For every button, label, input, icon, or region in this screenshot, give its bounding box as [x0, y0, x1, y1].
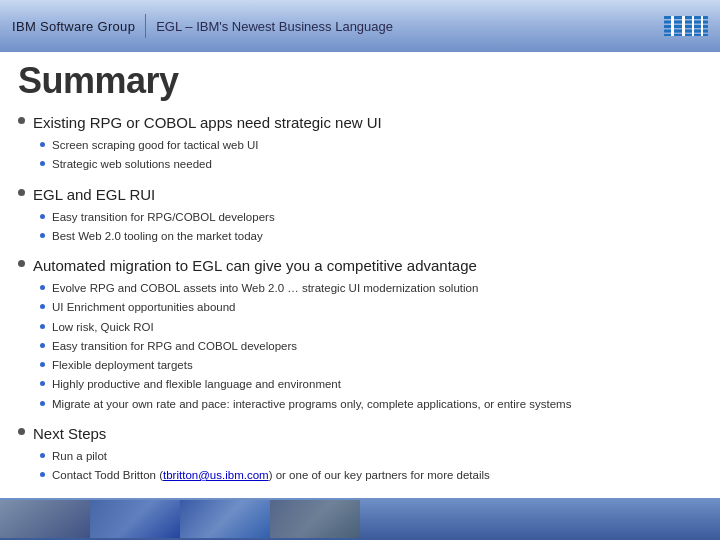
ibm-logo: [664, 16, 708, 36]
main-bullet-4: Next Steps: [18, 423, 702, 444]
sub-dot-3-1: [40, 304, 45, 309]
sub-bullets-2: Easy transition for RPG/COBOL developers…: [40, 209, 702, 246]
sub-bullet-4-0-text: Run a pilot: [52, 448, 107, 465]
sub-dot-3-2: [40, 324, 45, 329]
main-dot-3: [18, 260, 25, 267]
main-content: Summary Existing RPG or COBOL apps need …: [0, 52, 720, 500]
sub-bullet-2-1-text: Best Web 2.0 tooling on the market today: [52, 228, 263, 245]
sub-dot-1-0: [40, 142, 45, 147]
header-subtitle: EGL – IBM's Newest Business Language: [156, 19, 393, 34]
footer-strip: [0, 498, 720, 540]
sub-dot-3-0: [40, 285, 45, 290]
svg-rect-6: [682, 16, 685, 36]
page-title: Summary: [18, 60, 702, 102]
sub-bullet-1-1-text: Strategic web solutions needed: [52, 156, 212, 173]
section-4: Next Steps Run a pilot Contact Todd Brit…: [18, 423, 702, 485]
sub-bullets-1: Screen scraping good for tactical web UI…: [40, 137, 702, 174]
sub-bullet-3-6-text: Migrate at your own rate and pace: inter…: [52, 396, 571, 413]
sub-dot-4-1: [40, 472, 45, 477]
sub-bullet-4-1-text: Contact Todd Britton (tbritton@us.ibm.co…: [52, 467, 490, 484]
main-bullet-2-text: EGL and EGL RUI: [33, 184, 155, 205]
header-divider: [145, 14, 146, 38]
section-3: Automated migration to EGL can give you …: [18, 255, 702, 413]
main-dot-2: [18, 189, 25, 196]
sub-bullet-2-0: Easy transition for RPG/COBOL developers: [40, 209, 702, 226]
sub-bullet-1-0-text: Screen scraping good for tactical web UI: [52, 137, 258, 154]
sub-bullet-2-1: Best Web 2.0 tooling on the market today: [40, 228, 702, 245]
main-bullet-2: EGL and EGL RUI: [18, 184, 702, 205]
sub-bullet-3-1: UI Enrichment opportunities abound: [40, 299, 702, 316]
sub-bullet-3-1-text: UI Enrichment opportunities abound: [52, 299, 235, 316]
main-bullet-1: Existing RPG or COBOL apps need strategi…: [18, 112, 702, 133]
main-bullet-3-text: Automated migration to EGL can give you …: [33, 255, 477, 276]
sub-bullet-3-5: Highly productive and flexible language …: [40, 376, 702, 393]
sub-bullet-3-2-text: Low risk, Quick ROI: [52, 319, 154, 336]
sub-dot-2-1: [40, 233, 45, 238]
sub-dot-4-0: [40, 453, 45, 458]
sub-bullet-3-6: Migrate at your own rate and pace: inter…: [40, 396, 702, 413]
svg-rect-8: [701, 16, 703, 36]
footer-image-1: [0, 500, 90, 538]
main-bullet-4-text: Next Steps: [33, 423, 106, 444]
footer-image-4: [270, 500, 360, 538]
main-bullet-1-text: Existing RPG or COBOL apps need strategi…: [33, 112, 382, 133]
sub-bullet-3-0: Evolve RPG and COBOL assets into Web 2.0…: [40, 280, 702, 297]
svg-rect-7: [692, 16, 694, 36]
email-link[interactable]: tbritton@us.ibm.com: [163, 469, 269, 481]
sub-bullets-4: Run a pilot Contact Todd Britton (tbritt…: [40, 448, 702, 485]
sub-bullet-1-0: Screen scraping good for tactical web UI: [40, 137, 702, 154]
sub-bullet-3-3: Easy transition for RPG and COBOL develo…: [40, 338, 702, 355]
ibm-logo-svg: [664, 16, 708, 36]
sub-dot-3-4: [40, 362, 45, 367]
sub-dot-1-1: [40, 161, 45, 166]
sub-dot-3-3: [40, 343, 45, 348]
sub-dot-3-5: [40, 381, 45, 386]
sub-bullet-3-4: Flexible deployment targets: [40, 357, 702, 374]
header: IBM Software Group EGL – IBM's Newest Bu…: [0, 0, 720, 52]
svg-rect-5: [671, 16, 674, 36]
sub-bullet-3-0-text: Evolve RPG and COBOL assets into Web 2.0…: [52, 280, 478, 297]
main-dot-1: [18, 117, 25, 124]
sub-dot-2-0: [40, 214, 45, 219]
sub-bullet-3-2: Low risk, Quick ROI: [40, 319, 702, 336]
section-2: EGL and EGL RUI Easy transition for RPG/…: [18, 184, 702, 246]
sub-bullet-3-5-text: Highly productive and flexible language …: [52, 376, 341, 393]
sub-bullet-3-4-text: Flexible deployment targets: [52, 357, 193, 374]
company-name: IBM Software Group: [12, 19, 135, 34]
sub-dot-3-6: [40, 401, 45, 406]
sub-bullet-3-3-text: Easy transition for RPG and COBOL develo…: [52, 338, 297, 355]
sub-bullet-4-1: Contact Todd Britton (tbritton@us.ibm.co…: [40, 467, 702, 484]
sub-bullet-2-0-text: Easy transition for RPG/COBOL developers: [52, 209, 275, 226]
sub-bullet-1-1: Strategic web solutions needed: [40, 156, 702, 173]
sub-bullets-3: Evolve RPG and COBOL assets into Web 2.0…: [40, 280, 702, 413]
main-dot-4: [18, 428, 25, 435]
footer-image-2: [90, 500, 180, 538]
section-1: Existing RPG or COBOL apps need strategi…: [18, 112, 702, 174]
sub-bullet-4-0: Run a pilot: [40, 448, 702, 465]
main-bullet-3: Automated migration to EGL can give you …: [18, 255, 702, 276]
footer-image-3: [180, 500, 270, 538]
